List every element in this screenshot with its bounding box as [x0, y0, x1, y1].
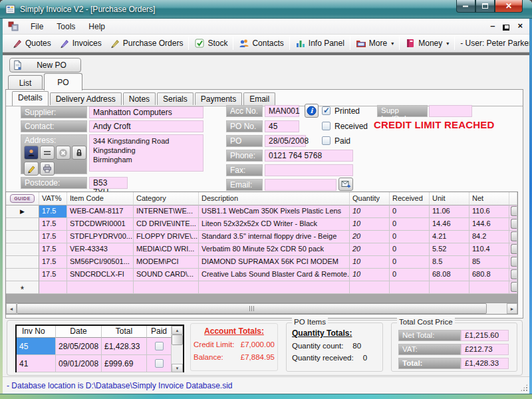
cell-empty[interactable] [469, 281, 509, 294]
inv-cell-date[interactable]: 28/05/2008 [56, 338, 102, 355]
phone-field[interactable]: 0121 764 5768 [265, 150, 353, 162]
inv-col-paid[interactable]: Paid [147, 326, 172, 338]
maximize-button[interactable] [475, 0, 495, 13]
cell-category[interactable]: CD DRIVE\INTE... [134, 218, 199, 231]
grid-new-row[interactable]: * [6, 281, 517, 294]
scrollbar-track[interactable] [172, 345, 183, 364]
close-button[interactable]: ✕ [495, 0, 523, 13]
row-detail-button[interactable] [509, 218, 517, 231]
supp-inv-field[interactable] [429, 105, 472, 117]
cell-description[interactable]: Standard 3.5" internal floppy drive - Be… [199, 231, 350, 243]
minimize-button[interactable] [456, 0, 475, 13]
guide-button[interactable]: GUIDE [10, 194, 35, 203]
inv-col-total[interactable]: Total [102, 326, 147, 338]
scrollbar-track[interactable] [487, 303, 507, 314]
cell-item-code[interactable]: STDCDWRI0001 [67, 218, 134, 231]
cell-vat[interactable]: 17.5 [39, 205, 67, 218]
fax-field[interactable] [265, 164, 353, 176]
tab-payments[interactable]: Payments [195, 92, 242, 105]
cell-quantity[interactable]: 10 [350, 269, 390, 281]
scroll-up-button[interactable]: ▲ [172, 326, 183, 334]
cell-category[interactable]: MODEM\PCI [134, 256, 199, 269]
row-detail-button[interactable] [509, 269, 517, 281]
new-po-button[interactable]: New PO [9, 58, 81, 72]
tab-list[interactable]: List [8, 75, 43, 90]
cell-net[interactable]: 85 [469, 256, 509, 269]
toolbar-stock-button[interactable]: Stock [190, 37, 231, 50]
row-detail-button[interactable] [509, 281, 517, 294]
mdi-minimize-button[interactable]: – [490, 21, 495, 31]
edit-button[interactable] [24, 162, 39, 176]
supplier-field[interactable]: Manhatton Computers [89, 106, 203, 118]
inv-cell-no[interactable]: 45 [17, 338, 56, 355]
scrollbar-thumb[interactable] [172, 334, 183, 345]
contact-field[interactable]: Andy Croft [89, 120, 203, 132]
cell-empty[interactable] [67, 281, 134, 294]
grid-row[interactable]: 17.5 VER-43343 MEDIA\CD WRI... Verbatim … [6, 243, 517, 256]
col-header-category[interactable]: Category [134, 192, 199, 205]
toolbar-info-panel-button[interactable]: Info Panel [291, 37, 348, 50]
cell-unit[interactable]: 11.06 [430, 205, 469, 218]
email-field[interactable] [265, 179, 336, 191]
col-header-received[interactable]: Received [390, 192, 430, 205]
row-detail-button[interactable] [509, 205, 517, 218]
new-row-selector[interactable]: * [6, 281, 39, 294]
scroll-right-button[interactable]: ► [507, 303, 517, 314]
grid-row[interactable]: ▶ 17.5 WEB-CAM-8117 INTERNET\WE... USB1.… [6, 205, 517, 218]
list-lines-button[interactable] [40, 146, 55, 160]
grid-row[interactable]: 17.5 SM56PCI/90501... MODEM\PCI DIAMOND … [6, 256, 517, 269]
inv-cell-total[interactable]: £999.69 [102, 355, 147, 372]
invoice-vertical-scrollbar[interactable]: ▲ ▼ [172, 326, 183, 372]
cell-empty[interactable] [39, 281, 67, 294]
cell-quantity[interactable]: 20 [350, 231, 390, 243]
cell-quantity[interactable]: 10 [350, 218, 390, 231]
cell-quantity[interactable]: 20 [350, 243, 390, 256]
grid-row[interactable]: 17.5 STDCDWRI0001 CD DRIVE\INTE... Liteo… [6, 218, 517, 231]
toolbar-purchase-orders-button[interactable]: Purchase Orders [106, 37, 188, 50]
cell-description[interactable]: Creative Labs Sound Blaster Card & Remot… [199, 269, 350, 281]
inv-cell-date[interactable]: 09/01/2008 [56, 355, 102, 372]
row-detail-button[interactable] [509, 231, 517, 243]
print-button[interactable] [40, 162, 55, 176]
contact-person-button[interactable] [24, 146, 39, 160]
col-header-net[interactable]: Net [469, 192, 509, 205]
po-date-field[interactable]: 28/05/2008 [265, 135, 306, 147]
paid-checkbox[interactable] [155, 359, 164, 368]
cell-empty[interactable] [430, 281, 469, 294]
tab-details[interactable]: Details [12, 91, 49, 106]
col-header-item-code[interactable]: Item Code [67, 192, 134, 205]
titlebar[interactable]: Simply Invoice V2 - [Purchase Orders] ✕ [0, 0, 532, 19]
printed-checkbox[interactable] [322, 106, 331, 115]
cell-description[interactable]: USB1.1 WebCam 350K Pixels Plastic Lens [199, 205, 350, 218]
cell-description[interactable]: Liteon 52x32x52x CD Writer - Black [199, 218, 350, 231]
cell-item-code[interactable]: STDFLPYDRV00... [67, 231, 134, 243]
tab-email[interactable]: Email [243, 92, 275, 105]
cell-item-code[interactable]: SNDCRDCLX-FI [67, 269, 134, 281]
inv-cell-total[interactable]: £1,428.33 [102, 338, 147, 355]
cell-unit[interactable]: 4.21 [430, 231, 469, 243]
tab-delivery-address[interactable]: Delivery Address [50, 92, 122, 105]
paid-checkbox[interactable] [322, 136, 331, 145]
cell-vat[interactable]: 17.5 [39, 231, 67, 243]
send-email-button[interactable] [338, 178, 353, 191]
scrollbar-thumb[interactable] [17, 303, 487, 314]
menu-help[interactable]: Help [82, 20, 112, 33]
scroll-down-button[interactable]: ▼ [172, 364, 183, 372]
menu-file[interactable]: File [24, 20, 50, 33]
col-header-description[interactable]: Description [199, 192, 350, 205]
cell-category[interactable]: MEDIA\CD WRI... [134, 243, 199, 256]
toolbar-more-button[interactable]: More ▾ [352, 37, 398, 50]
cell-item-code[interactable]: WEB-CAM-8117 [67, 205, 134, 218]
cell-empty[interactable] [350, 281, 390, 294]
row-selector[interactable] [6, 218, 39, 231]
tab-po[interactable]: PO [44, 73, 82, 90]
row-selector[interactable] [6, 256, 39, 269]
cell-empty[interactable] [390, 281, 430, 294]
cell-category[interactable]: INTERNET\WE... [134, 205, 199, 218]
row-selector[interactable] [6, 269, 39, 281]
cell-empty[interactable] [134, 281, 199, 294]
row-selector[interactable]: ▶ [6, 205, 39, 218]
grid-row[interactable]: 17.5 STDFLPYDRV00... FLOPPY DRIVE\... St… [6, 231, 517, 243]
menu-tools[interactable]: Tools [50, 20, 82, 33]
paid-checkbox[interactable] [155, 342, 164, 350]
